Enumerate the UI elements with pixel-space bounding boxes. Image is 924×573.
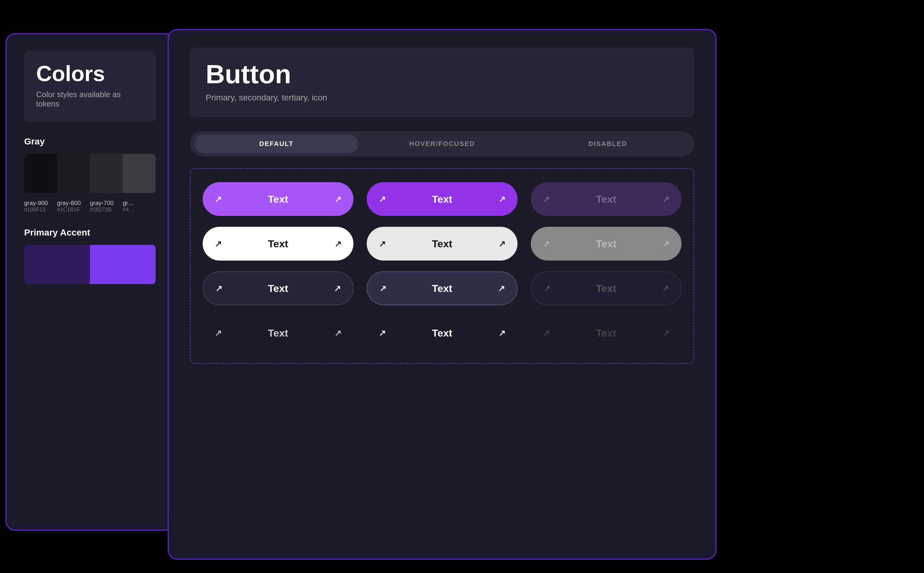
button-header: Button Primary, secondary, tertiary, ico… — [190, 48, 694, 117]
accent-swatches — [24, 245, 156, 284]
btn-ghost-hover[interactable]: ↗ Text ↗ — [367, 316, 518, 350]
swatch-gray-extra — [123, 154, 156, 193]
btn-text: Text — [550, 327, 663, 339]
btn-text: Text — [386, 327, 499, 339]
btn-dark-default[interactable]: ↗ Text ↗ — [203, 271, 353, 305]
arrow-icon-right: ↗ — [335, 328, 341, 338]
arrow-icon-left: ↗ — [543, 194, 550, 204]
arrow-icon-left: ↗ — [215, 194, 222, 204]
arrow-icon-right: ↗ — [499, 328, 505, 338]
btn-white-hover[interactable]: ↗ Text ↗ — [367, 227, 518, 261]
arrow-icon-right: ↗ — [662, 283, 669, 293]
colors-header: Colors Color styles available as tokens — [24, 51, 156, 122]
swatch-gray-800 — [57, 154, 90, 193]
btn-purple-hover[interactable]: ↗ Text ↗ — [367, 182, 518, 216]
arrow-icon-right: ↗ — [663, 239, 669, 249]
button-subtitle: Primary, secondary, tertiary, icon — [206, 93, 679, 103]
colors-subtitle: Color styles available as tokens — [36, 90, 144, 108]
btn-text: Text — [222, 327, 335, 339]
demo-grid-wrapper: ↗ Text ↗ ↗ Text ↗ ↗ Text ↗ ↗ Text — [190, 168, 694, 364]
button-title: Button — [206, 61, 679, 88]
arrow-icon-right: ↗ — [663, 194, 669, 204]
swatch-label-gray-800: gray-800 #1C1B1F — [57, 197, 90, 213]
arrow-icon-left: ↗ — [543, 239, 550, 249]
arrow-icon-right: ↗ — [499, 239, 505, 249]
swatch-labels: gray-900 #100F13 gray-800 #1C1B1F gray-7… — [24, 197, 156, 213]
btn-dark-hover[interactable]: ↗ Text ↗ — [367, 271, 518, 305]
btn-text: Text — [550, 283, 662, 294]
arrow-icon-left: ↗ — [379, 328, 386, 338]
arrow-icon-left: ↗ — [215, 328, 222, 338]
swatch-label-gray-700: gray-700 #28272B — [90, 197, 123, 213]
swatch-label-gray-extra: gr… #4… — [123, 197, 156, 213]
gray-swatches — [24, 154, 156, 193]
btn-ghost-disabled[interactable]: ↗ Text ↗ — [531, 316, 682, 350]
arrow-icon-left: ↗ — [215, 239, 222, 249]
tab-bar: DEFAULT HOVER/FOCUSED DISABLED — [190, 132, 694, 156]
colors-card: Colors Color styles available as tokens … — [5, 33, 174, 531]
arrow-icon-left: ↗ — [379, 239, 386, 249]
primary-accent-section: Primary Accent — [24, 227, 156, 284]
btn-text: Text — [550, 193, 663, 205]
primary-accent-label: Primary Accent — [24, 227, 156, 238]
button-card: Button Primary, secondary, tertiary, ico… — [168, 29, 716, 560]
colors-title: Colors — [36, 63, 144, 85]
btn-text: Text — [222, 238, 335, 250]
arrow-icon-left: ↗ — [543, 328, 550, 338]
arrow-icon-right: ↗ — [334, 283, 341, 293]
tab-disabled[interactable]: DISABLED — [526, 135, 689, 153]
btn-purple-disabled[interactable]: ↗ Text ↗ — [531, 182, 682, 216]
accent-swatch-purple — [90, 245, 156, 284]
swatch-gray-700 — [90, 154, 123, 193]
tab-default[interactable]: DEFAULT — [195, 135, 358, 153]
accent-swatch-dark — [24, 245, 90, 284]
btn-ghost-default[interactable]: ↗ Text ↗ — [203, 316, 353, 350]
btn-text: Text — [222, 193, 335, 205]
tab-hover-focused[interactable]: HOVER/FOCUSED — [360, 135, 524, 153]
arrow-icon-left: ↗ — [215, 283, 222, 293]
gray-section-label: Gray — [24, 136, 156, 147]
swatch-gray-900 — [24, 154, 57, 193]
swatch-label-gray-900: gray-900 #100F13 — [24, 197, 57, 213]
arrow-icon-right: ↗ — [499, 194, 505, 204]
btn-text: Text — [222, 283, 334, 294]
btn-white-disabled[interactable]: ↗ Text ↗ — [531, 227, 682, 261]
btn-white-default[interactable]: ↗ Text ↗ — [203, 227, 353, 261]
btn-purple-default[interactable]: ↗ Text ↗ — [203, 182, 353, 216]
arrow-icon-left: ↗ — [379, 283, 386, 293]
arrow-icon-right: ↗ — [335, 239, 341, 249]
arrow-icon-right: ↗ — [335, 194, 341, 204]
arrow-icon-left: ↗ — [379, 194, 386, 204]
arrow-icon-left: ↗ — [543, 283, 550, 293]
btn-dark-disabled[interactable]: ↗ Text ↗ — [531, 271, 682, 305]
demo-grid: ↗ Text ↗ ↗ Text ↗ ↗ Text ↗ ↗ Text — [203, 182, 682, 350]
btn-text: Text — [386, 193, 499, 205]
arrow-icon-right: ↗ — [498, 283, 505, 293]
btn-text: Text — [386, 238, 499, 250]
btn-text: Text — [386, 283, 498, 294]
btn-text: Text — [550, 238, 663, 250]
arrow-icon-right: ↗ — [663, 328, 669, 338]
